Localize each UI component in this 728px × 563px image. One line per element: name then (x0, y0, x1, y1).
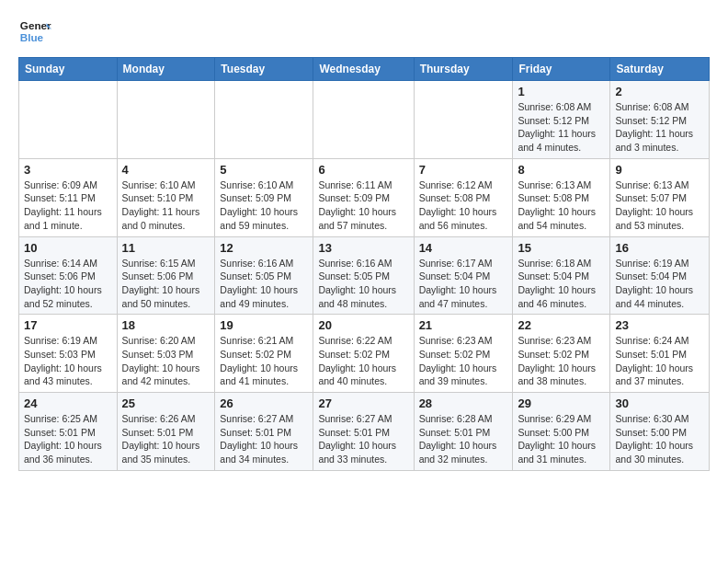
calendar-cell: 27Sunrise: 6:27 AMSunset: 5:01 PMDayligh… (313, 393, 414, 471)
day-info: Sunrise: 6:27 AMSunset: 5:01 PMDaylight:… (220, 412, 308, 466)
calendar-cell: 29Sunrise: 6:29 AMSunset: 5:00 PMDayligh… (513, 393, 610, 471)
day-number: 26 (220, 396, 308, 410)
day-number: 11 (122, 241, 210, 255)
day-info: Sunrise: 6:29 AMSunset: 5:00 PMDaylight:… (518, 412, 605, 466)
calendar-body: 1Sunrise: 6:08 AMSunset: 5:12 PMDaylight… (19, 81, 710, 471)
day-info: Sunrise: 6:12 AMSunset: 5:08 PMDaylight:… (419, 178, 508, 233)
day-number: 1 (518, 85, 605, 98)
day-info: Sunrise: 6:17 AMSunset: 5:04 PMDaylight:… (419, 257, 508, 311)
calendar-cell: 7Sunrise: 6:12 AMSunset: 5:08 PMDaylight… (414, 158, 513, 236)
day-number: 8 (518, 163, 605, 177)
svg-text:Blue: Blue (20, 31, 44, 43)
day-number: 22 (518, 318, 605, 332)
calendar-week-5: 24Sunrise: 6:25 AMSunset: 5:01 PMDayligh… (19, 393, 710, 471)
calendar-cell: 16Sunrise: 6:19 AMSunset: 5:04 PMDayligh… (610, 236, 710, 315)
calendar-cell (414, 81, 513, 159)
day-info: Sunrise: 6:21 AMSunset: 5:02 PMDaylight:… (220, 334, 308, 388)
calendar: SundayMondayTuesdayWednesdayThursdayFrid… (18, 57, 710, 471)
logo: General Blue (18, 15, 55, 48)
day-number: 3 (24, 163, 112, 177)
day-number: 15 (518, 241, 605, 255)
calendar-cell: 1Sunrise: 6:08 AMSunset: 5:12 PMDaylight… (513, 81, 610, 159)
day-info: Sunrise: 6:25 AMSunset: 5:01 PMDaylight:… (24, 412, 112, 466)
weekday-header-tuesday: Tuesday (215, 58, 313, 81)
day-number: 19 (220, 318, 308, 332)
day-info: Sunrise: 6:23 AMSunset: 5:02 PMDaylight:… (518, 334, 605, 388)
day-number: 6 (318, 163, 408, 177)
day-info: Sunrise: 6:27 AMSunset: 5:01 PMDaylight:… (318, 412, 408, 466)
calendar-cell: 20Sunrise: 6:22 AMSunset: 5:02 PMDayligh… (313, 315, 414, 393)
day-number: 25 (122, 396, 210, 410)
day-info: Sunrise: 6:28 AMSunset: 5:01 PMDaylight:… (419, 412, 508, 466)
day-number: 10 (24, 241, 112, 255)
calendar-cell (313, 81, 414, 159)
calendar-cell: 19Sunrise: 6:21 AMSunset: 5:02 PMDayligh… (215, 315, 313, 393)
day-number: 9 (615, 163, 704, 177)
calendar-cell: 21Sunrise: 6:23 AMSunset: 5:02 PMDayligh… (414, 315, 513, 393)
calendar-cell: 12Sunrise: 6:16 AMSunset: 5:05 PMDayligh… (215, 236, 313, 315)
logo-icon: General Blue (18, 15, 51, 48)
day-info: Sunrise: 6:22 AMSunset: 5:02 PMDaylight:… (318, 334, 408, 388)
calendar-cell: 23Sunrise: 6:24 AMSunset: 5:01 PMDayligh… (610, 315, 710, 393)
calendar-cell: 26Sunrise: 6:27 AMSunset: 5:01 PMDayligh… (215, 393, 313, 471)
weekday-header-wednesday: Wednesday (313, 58, 414, 81)
day-number: 23 (615, 318, 704, 332)
calendar-cell: 5Sunrise: 6:10 AMSunset: 5:09 PMDaylight… (215, 158, 313, 236)
day-info: Sunrise: 6:10 AMSunset: 5:09 PMDaylight:… (220, 178, 308, 233)
day-number: 14 (419, 241, 508, 255)
calendar-cell (117, 81, 215, 159)
day-number: 17 (24, 318, 112, 332)
day-number: 13 (318, 241, 408, 255)
calendar-cell: 2Sunrise: 6:08 AMSunset: 5:12 PMDaylight… (610, 81, 710, 159)
day-info: Sunrise: 6:20 AMSunset: 5:03 PMDaylight:… (122, 334, 210, 388)
day-number: 21 (419, 318, 508, 332)
day-number: 4 (122, 163, 210, 177)
day-info: Sunrise: 6:23 AMSunset: 5:02 PMDaylight:… (419, 334, 508, 388)
day-number: 27 (318, 396, 408, 410)
day-number: 24 (24, 396, 112, 410)
weekday-row: SundayMondayTuesdayWednesdayThursdayFrid… (19, 58, 710, 81)
calendar-week-1: 1Sunrise: 6:08 AMSunset: 5:12 PMDaylight… (19, 81, 710, 159)
day-info: Sunrise: 6:19 AMSunset: 5:03 PMDaylight:… (24, 334, 112, 388)
header: General Blue (18, 15, 710, 48)
day-number: 7 (419, 163, 508, 177)
day-number: 5 (220, 163, 308, 177)
day-number: 28 (419, 396, 508, 410)
day-info: Sunrise: 6:14 AMSunset: 5:06 PMDaylight:… (24, 257, 112, 311)
calendar-cell: 6Sunrise: 6:11 AMSunset: 5:09 PMDaylight… (313, 158, 414, 236)
day-number: 2 (615, 85, 704, 98)
calendar-cell: 15Sunrise: 6:18 AMSunset: 5:04 PMDayligh… (513, 236, 610, 315)
day-info: Sunrise: 6:26 AMSunset: 5:01 PMDaylight:… (122, 412, 210, 466)
day-info: Sunrise: 6:13 AMSunset: 5:07 PMDaylight:… (615, 178, 704, 233)
calendar-cell: 28Sunrise: 6:28 AMSunset: 5:01 PMDayligh… (414, 393, 513, 471)
day-number: 16 (615, 241, 704, 255)
day-info: Sunrise: 6:16 AMSunset: 5:05 PMDaylight:… (318, 257, 408, 311)
day-info: Sunrise: 6:30 AMSunset: 5:00 PMDaylight:… (615, 412, 704, 466)
weekday-header-friday: Friday (513, 58, 610, 81)
day-info: Sunrise: 6:24 AMSunset: 5:01 PMDaylight:… (615, 334, 704, 388)
day-number: 18 (122, 318, 210, 332)
calendar-cell: 17Sunrise: 6:19 AMSunset: 5:03 PMDayligh… (19, 315, 118, 393)
day-info: Sunrise: 6:18 AMSunset: 5:04 PMDaylight:… (518, 257, 605, 311)
day-info: Sunrise: 6:13 AMSunset: 5:08 PMDaylight:… (518, 178, 605, 233)
weekday-header-saturday: Saturday (610, 58, 710, 81)
calendar-cell: 11Sunrise: 6:15 AMSunset: 5:06 PMDayligh… (117, 236, 215, 315)
day-number: 12 (220, 241, 308, 255)
calendar-cell: 30Sunrise: 6:30 AMSunset: 5:00 PMDayligh… (610, 393, 710, 471)
page: General Blue SundayMondayTuesdayWednesda… (0, 0, 728, 486)
calendar-cell: 13Sunrise: 6:16 AMSunset: 5:05 PMDayligh… (313, 236, 414, 315)
calendar-cell (215, 81, 313, 159)
day-info: Sunrise: 6:09 AMSunset: 5:11 PMDaylight:… (24, 178, 112, 233)
calendar-cell: 10Sunrise: 6:14 AMSunset: 5:06 PMDayligh… (19, 236, 118, 315)
day-info: Sunrise: 6:11 AMSunset: 5:09 PMDaylight:… (318, 178, 408, 233)
calendar-header: SundayMondayTuesdayWednesdayThursdayFrid… (19, 58, 710, 81)
calendar-cell: 18Sunrise: 6:20 AMSunset: 5:03 PMDayligh… (117, 315, 215, 393)
weekday-header-thursday: Thursday (414, 58, 513, 81)
weekday-header-sunday: Sunday (19, 58, 118, 81)
calendar-cell: 24Sunrise: 6:25 AMSunset: 5:01 PMDayligh… (19, 393, 118, 471)
calendar-cell: 22Sunrise: 6:23 AMSunset: 5:02 PMDayligh… (513, 315, 610, 393)
calendar-cell: 4Sunrise: 6:10 AMSunset: 5:10 PMDaylight… (117, 158, 215, 236)
weekday-header-monday: Monday (117, 58, 215, 81)
calendar-cell (19, 81, 118, 159)
day-info: Sunrise: 6:08 AMSunset: 5:12 PMDaylight:… (615, 100, 704, 155)
